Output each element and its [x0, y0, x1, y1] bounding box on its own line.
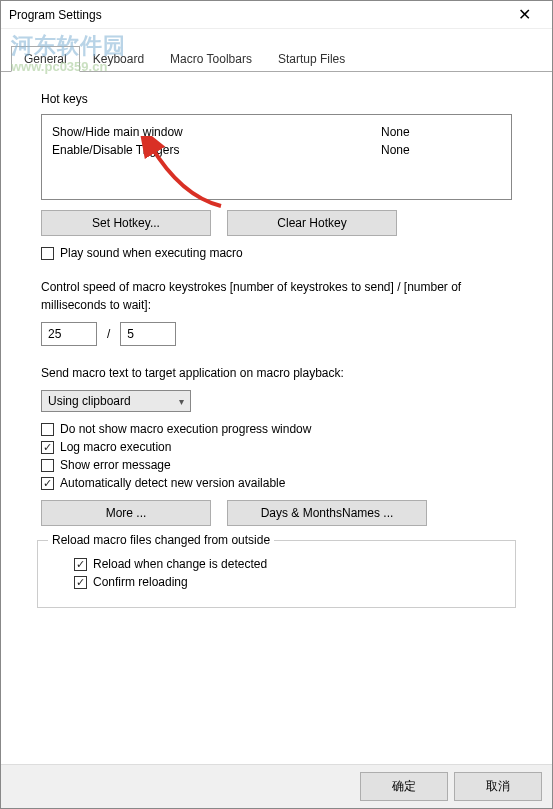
option-label: Automatically detect new version availab… — [60, 476, 285, 490]
close-button[interactable]: ✕ — [504, 1, 544, 29]
speed-description: Control speed of macro keystrokes [numbe… — [41, 278, 512, 314]
send-text-value: Using clipboard — [48, 394, 131, 408]
chevron-down-icon: ▾ — [179, 396, 184, 407]
clear-hotkey-button[interactable]: Clear Hotkey — [227, 210, 397, 236]
more-button[interactable]: More ... — [41, 500, 211, 526]
play-sound-label: Play sound when executing macro — [60, 246, 243, 260]
play-sound-checkbox[interactable] — [41, 247, 54, 260]
play-sound-row[interactable]: Play sound when executing macro — [41, 246, 512, 260]
hotkey-button-row: Set Hotkey... Clear Hotkey — [41, 210, 512, 236]
extra-button-row: More ... Days & MonthsNames ... — [41, 500, 512, 526]
hotkey-name: Enable/Disable Triggers — [52, 143, 381, 157]
hotkey-value: None — [381, 125, 501, 139]
reload-label: Confirm reloading — [93, 575, 188, 589]
set-hotkey-button[interactable]: Set Hotkey... — [41, 210, 211, 236]
close-icon: ✕ — [518, 5, 531, 24]
send-text-description: Send macro text to target application on… — [41, 364, 512, 382]
option-row[interactable]: Show error message — [41, 458, 512, 472]
keystrokes-input[interactable] — [41, 322, 97, 346]
speed-separator: / — [107, 327, 110, 341]
option-row[interactable]: Do not show macro execution progress win… — [41, 422, 512, 436]
tab-content: Hot keys Show/Hide main window None Enab… — [1, 72, 552, 628]
option-label: Log macro execution — [60, 440, 171, 454]
option-checkbox[interactable] — [41, 423, 54, 436]
reload-label: Reload when change is detected — [93, 557, 267, 571]
ok-button[interactable]: 确定 — [360, 772, 448, 801]
send-text-select[interactable]: Using clipboard ▾ — [41, 390, 191, 412]
hotkey-name: Show/Hide main window — [52, 125, 381, 139]
dialog-footer: 确定 取消 — [1, 764, 552, 808]
window-title: Program Settings — [9, 8, 504, 22]
tab-startup-files[interactable]: Startup Files — [265, 46, 358, 72]
reload-checkbox[interactable] — [74, 558, 87, 571]
hotkey-row[interactable]: Enable/Disable Triggers None — [52, 141, 501, 159]
hotkeys-listbox[interactable]: Show/Hide main window None Enable/Disabl… — [41, 114, 512, 200]
titlebar: Program Settings ✕ — [1, 1, 552, 29]
millis-input[interactable] — [120, 322, 176, 346]
option-row[interactable]: Automatically detect new version availab… — [41, 476, 512, 490]
option-row[interactable]: Log macro execution — [41, 440, 512, 454]
reload-fieldset: Reload macro files changed from outside … — [37, 540, 516, 608]
hotkeys-heading: Hot keys — [41, 92, 532, 106]
hotkey-value: None — [381, 143, 501, 157]
tab-general[interactable]: General — [11, 46, 80, 72]
option-label: Do not show macro execution progress win… — [60, 422, 311, 436]
reload-checkbox[interactable] — [74, 576, 87, 589]
tab-keyboard[interactable]: Keyboard — [80, 46, 157, 72]
reload-legend: Reload macro files changed from outside — [48, 533, 274, 547]
cancel-button[interactable]: 取消 — [454, 772, 542, 801]
reload-option-row[interactable]: Confirm reloading — [74, 575, 495, 589]
option-checkbox[interactable] — [41, 459, 54, 472]
option-checkbox[interactable] — [41, 477, 54, 490]
tab-macro-toolbars[interactable]: Macro Toolbars — [157, 46, 265, 72]
tabstrip: General Keyboard Macro Toolbars Startup … — [1, 45, 552, 72]
days-months-button[interactable]: Days & MonthsNames ... — [227, 500, 427, 526]
reload-option-row[interactable]: Reload when change is detected — [74, 557, 495, 571]
speed-inputs: / — [41, 322, 512, 346]
option-checkbox[interactable] — [41, 441, 54, 454]
hotkey-row[interactable]: Show/Hide main window None — [52, 123, 501, 141]
option-label: Show error message — [60, 458, 171, 472]
